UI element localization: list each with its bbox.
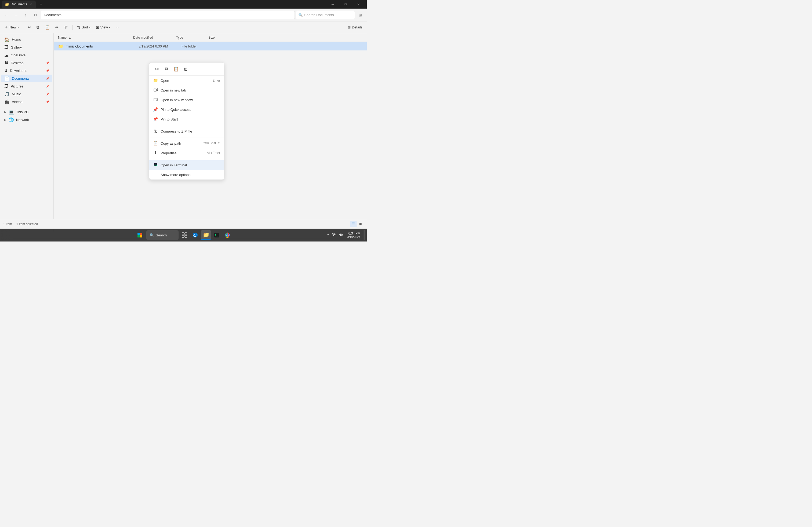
file-row-mimic-documents[interactable]: 📁 mimic-documents 3/19/2024 6:30 PM File… <box>54 42 367 50</box>
ctx-item-open-new-window[interactable]: Open in new window <box>149 95 224 105</box>
svg-point-16 <box>333 235 334 236</box>
show-desktop-button[interactable] <box>364 230 365 240</box>
ctx-item-properties[interactable]: ℹ Properties Alt+Enter <box>149 148 224 158</box>
ctx-item-open[interactable]: 📁 Open Enter <box>149 76 224 85</box>
file-type-mimic: File folder <box>182 44 214 48</box>
sidebar-item-videos[interactable]: 🎬 Videos 📌 <box>1 98 52 105</box>
tab-documents[interactable]: 📁 Documents ✕ <box>2 1 36 8</box>
sidebar-label-network: Network <box>16 118 29 122</box>
list-view-button[interactable]: ☰ <box>350 221 357 227</box>
ctx-paste-button[interactable]: 📋 <box>172 65 180 73</box>
home-icon: 🏠 <box>4 37 10 42</box>
ctx-item-pin-start[interactable]: 📌 Pin to Start <box>149 114 224 124</box>
tab-title: Documents <box>11 2 27 6</box>
copy-button[interactable]: ⧉ <box>34 23 42 32</box>
nav-path-documents: Documents <box>44 13 61 17</box>
column-size[interactable]: Size <box>208 36 230 40</box>
details-button[interactable]: ⊞ <box>356 11 365 19</box>
svg-rect-9 <box>182 235 184 238</box>
grid-view-button[interactable]: ⊞ <box>357 221 364 227</box>
file-list-header: Name ▲ Date modified Type Size <box>54 33 367 42</box>
pin-icon-music: 📌 <box>46 93 49 95</box>
taskbar-icon-terminal[interactable] <box>212 230 221 240</box>
column-date[interactable]: Date modified <box>133 36 176 40</box>
view-button[interactable]: ⊞ View ▾ <box>94 23 113 32</box>
tray-expand-icon[interactable]: ^ <box>326 232 330 238</box>
view-icon: ⊞ <box>96 25 99 30</box>
column-name[interactable]: Name ▲ <box>58 36 133 40</box>
forward-button[interactable]: → <box>12 11 20 19</box>
pin-icon-desktop: 📌 <box>46 61 49 64</box>
refresh-button[interactable]: ↻ <box>31 11 40 19</box>
cut-button[interactable]: ✂ <box>26 23 33 32</box>
new-tab-button[interactable]: + <box>37 1 45 8</box>
pictures-icon: 🖼 <box>4 84 9 89</box>
sort-icon: ⇅ <box>77 25 81 30</box>
ctx-show-more-icon: ⋯ <box>153 172 158 177</box>
tray-volume-icon[interactable] <box>337 231 344 239</box>
back-button[interactable]: ← <box>2 11 11 19</box>
sidebar-item-downloads[interactable]: ⬇ Downloads 📌 <box>1 67 52 74</box>
minimize-button[interactable]: ─ <box>327 0 339 9</box>
svg-rect-2 <box>154 163 157 166</box>
ctx-cut-button[interactable]: ✂ <box>153 65 161 73</box>
ctx-item-open-terminal[interactable]: Open in Terminal <box>149 160 224 170</box>
ctx-item-open-new-tab[interactable]: Open in new tab <box>149 85 224 95</box>
svg-point-15 <box>227 234 228 236</box>
sidebar-item-onedrive[interactable]: ☁ OneDrive <box>1 51 52 59</box>
start-button[interactable] <box>134 230 145 240</box>
ctx-open-new-tab-icon <box>153 88 158 93</box>
close-button[interactable]: ✕ <box>352 0 365 9</box>
sidebar-item-documents[interactable]: 📄 Documents 📌 <box>1 75 52 82</box>
ctx-item-pin-quick-access[interactable]: 📌 Pin to Quick access <box>149 105 224 114</box>
tab-close-button[interactable]: ✕ <box>29 2 33 6</box>
explorer-icon: 📁 <box>203 231 209 238</box>
ctx-open-shortcut: Enter <box>213 79 220 82</box>
sidebar-item-music[interactable]: 🎵 Music 📌 <box>1 90 52 98</box>
rename-button[interactable]: ✏ <box>53 23 61 32</box>
title-bar: 📁 Documents ✕ + ─ □ ✕ <box>0 0 367 9</box>
sidebar-item-thispc[interactable]: ▶ 💻 This PC <box>1 108 52 116</box>
more-button[interactable]: ··· <box>114 23 121 32</box>
ctx-delete-button[interactable]: 🗑 <box>182 65 190 73</box>
maximize-button[interactable]: □ <box>339 0 352 9</box>
taskbar-task-view[interactable] <box>180 230 189 240</box>
address-bar[interactable]: Documents › <box>41 11 295 19</box>
toolbar-details-pane[interactable]: ⊟ Details <box>346 24 365 30</box>
search-placeholder: Search Documents <box>304 13 334 17</box>
status-item-count: 1 item <box>3 222 12 226</box>
taskbar-icon-edge[interactable] <box>190 230 200 240</box>
tab-folder-icon: 📁 <box>5 2 9 6</box>
column-type[interactable]: Type <box>176 36 208 40</box>
taskbar-icon-explorer[interactable]: 📁 <box>201 230 211 240</box>
taskbar-right: ^ 6:34 PM 3/19/2024 <box>326 230 365 240</box>
ctx-item-show-more[interactable]: ⋯ Show more options <box>149 170 224 180</box>
sidebar-item-pictures[interactable]: 🖼 Pictures 📌 <box>1 82 52 90</box>
ctx-copy-button[interactable]: ⧉ <box>162 65 171 73</box>
window-controls: ─ □ ✕ <box>327 0 365 9</box>
sidebar-label-videos: Videos <box>12 100 23 104</box>
new-button[interactable]: ＋ New ▾ <box>2 23 21 32</box>
search-bar[interactable]: 🔍 Search Documents <box>296 11 355 19</box>
sidebar-item-gallery[interactable]: 🖼 Gallery <box>1 44 52 51</box>
ctx-item-compress-zip[interactable]: 🗜 Compress to ZIP file <box>149 126 224 136</box>
up-button[interactable]: ↑ <box>21 11 30 19</box>
taskbar-clock[interactable]: 6:34 PM 3/19/2024 <box>345 231 362 239</box>
view-chevron-icon: ▾ <box>109 26 110 29</box>
new-label: New <box>10 25 16 29</box>
ctx-item-copy-path[interactable]: 📋 Copy as path Ctrl+Shift+C <box>149 138 224 148</box>
sort-button[interactable]: ⇅ Sort ▾ <box>75 23 93 32</box>
pin-icon-downloads: 📌 <box>46 69 49 72</box>
paste-button[interactable]: 📋 <box>43 23 52 32</box>
delete-button[interactable]: 🗑 <box>62 23 70 32</box>
ctx-open-label: Open <box>161 79 210 82</box>
ctx-separator-3 <box>149 159 224 159</box>
sidebar-item-network[interactable]: ▶ 🌐 Network <box>1 116 52 123</box>
sidebar-item-home[interactable]: 🏠 Home <box>1 36 52 43</box>
status-right: ☰ ⊞ <box>350 221 364 227</box>
taskbar-icon-chrome[interactable] <box>222 230 232 240</box>
sidebar-item-desktop[interactable]: 🖥 Desktop 📌 <box>1 59 52 66</box>
taskbar-search-bar[interactable]: 🔍 Search <box>146 230 178 240</box>
ctx-compress-label: Compress to ZIP file <box>161 129 220 133</box>
tray-network-icon[interactable] <box>331 231 337 239</box>
